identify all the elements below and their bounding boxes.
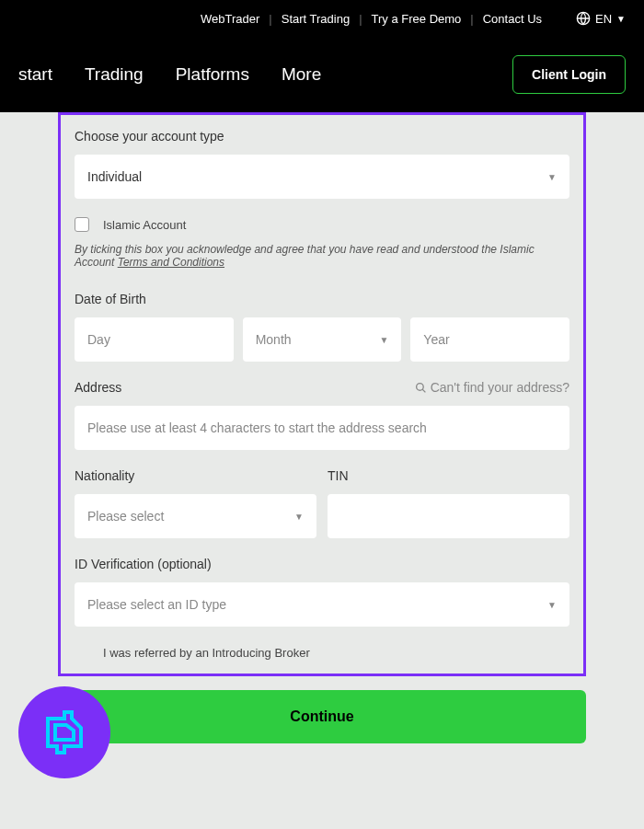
top-bar: WebTrader | Start Trading | Try a Free D… [0, 0, 644, 37]
id-verification-placeholder: Please select an ID type [87, 597, 226, 612]
islamic-account-checkbox[interactable] [75, 217, 89, 232]
account-type-label: Choose your account type [75, 129, 569, 144]
tin-input[interactable] [328, 494, 569, 538]
link-start-trading[interactable]: Start Trading [272, 12, 359, 26]
language-label: EN [595, 12, 612, 26]
svg-point-1 [416, 383, 423, 390]
globe-icon [576, 11, 591, 26]
link-webtrader[interactable]: WebTrader [191, 12, 269, 26]
dob-day-input[interactable] [75, 317, 234, 362]
nationality-placeholder: Please select [87, 509, 164, 524]
account-type-select[interactable]: Individual ▼ [75, 155, 569, 199]
address-label: Address [75, 380, 121, 395]
nationality-select[interactable]: Please select ▼ [75, 494, 316, 538]
nav-trading[interactable]: Trading [85, 64, 144, 85]
chevron-down-icon: ▼ [616, 14, 626, 24]
search-icon [415, 382, 427, 394]
tin-label: TIN [328, 468, 569, 483]
continue-button[interactable]: Continue [58, 690, 586, 743]
account-type-value: Individual [87, 169, 142, 184]
link-try-demo[interactable]: Try a Free Demo [362, 12, 471, 26]
terms-link[interactable]: Terms and Conditions [118, 256, 224, 269]
islamic-disclaimer: By ticking this box you acknowledge and … [75, 243, 569, 269]
link-contact[interactable]: Contact Us [474, 12, 551, 26]
referral-label: I was referred by an Introducing Broker [103, 646, 310, 660]
top-links: WebTrader | Start Trading | Try a Free D… [191, 12, 551, 26]
dob-label: Date of Birth [75, 292, 569, 306]
nav-start[interactable]: start [18, 64, 52, 85]
chevron-down-icon: ▼ [547, 600, 557, 610]
nav-more[interactable]: More [282, 64, 321, 85]
chevron-down-icon: ▼ [547, 172, 557, 182]
logo-badge[interactable] [18, 686, 110, 778]
client-login-button[interactable]: Client Login [512, 55, 626, 94]
islamic-account-label: Islamic Account [103, 218, 186, 232]
dob-year-input[interactable] [410, 317, 569, 362]
dob-month-placeholder: Month [256, 332, 292, 347]
nav-platforms[interactable]: Platforms [176, 64, 249, 85]
nav-links: start Trading Platforms More [18, 64, 321, 85]
chevron-down-icon: ▼ [379, 335, 388, 345]
address-input[interactable] [75, 406, 569, 450]
address-hint[interactable]: Can't find your address? [415, 380, 569, 395]
chevron-down-icon: ▼ [294, 512, 304, 522]
language-selector[interactable]: EN ▼ [576, 11, 626, 26]
nationality-label: Nationality [75, 468, 316, 483]
id-verification-label: ID Verification (optional) [75, 557, 569, 571]
dob-month-select[interactable]: Month ▼ [243, 317, 402, 362]
id-verification-select[interactable]: Please select an ID type ▼ [75, 582, 569, 627]
logo-icon [37, 705, 92, 760]
nav-bar: start Trading Platforms More Client Logi… [0, 37, 644, 112]
registration-form: Choose your account type Individual ▼ Is… [58, 112, 586, 676]
